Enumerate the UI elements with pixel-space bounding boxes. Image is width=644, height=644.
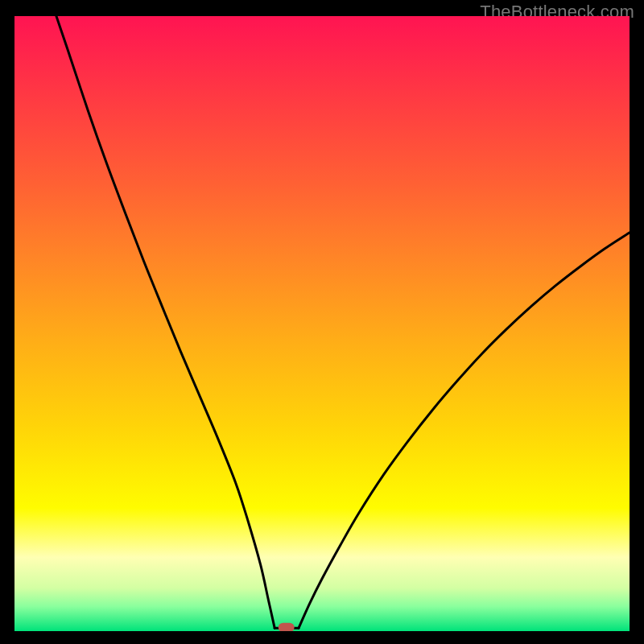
chart-svg [14, 16, 630, 631]
gradient-background [14, 16, 630, 631]
chart-frame [14, 16, 630, 631]
trough-marker [279, 623, 295, 631]
